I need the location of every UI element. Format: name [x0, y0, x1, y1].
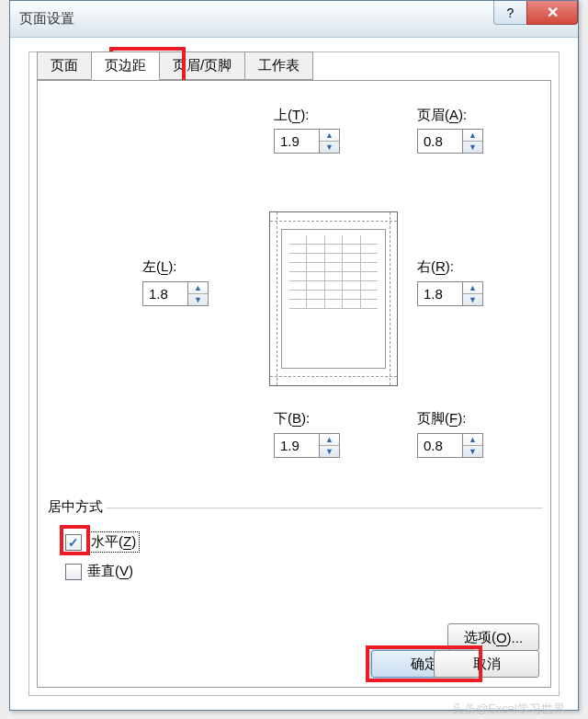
spinner-bottom[interactable]: ▲ ▼ — [274, 433, 340, 458]
spinner-right-buttons[interactable]: ▲ ▼ — [463, 281, 483, 306]
checkbox-vertical[interactable] — [65, 564, 82, 580]
input-right[interactable] — [417, 281, 463, 306]
checkbox-vertical-row[interactable]: 垂直(V) — [65, 563, 133, 580]
tabpanel-margins: 上(T): ▲ ▼ 页眉(A): ▲ ▼ 左(L): ▲ — [37, 80, 551, 688]
spinner-footer[interactable]: ▲ ▼ — [417, 433, 483, 458]
label-header: 页眉(A): — [417, 107, 467, 124]
tab-margins[interactable]: 页边距 — [91, 51, 160, 80]
spin-down-icon[interactable]: ▼ — [463, 294, 482, 305]
label-right: 右(R): — [417, 258, 454, 276]
spin-down-icon[interactable]: ▼ — [320, 446, 339, 457]
input-left[interactable] — [142, 281, 188, 306]
close-button[interactable]: ✕ — [526, 1, 578, 25]
spin-down-icon[interactable]: ▼ — [188, 294, 208, 305]
spin-up-icon[interactable]: ▲ — [320, 130, 339, 142]
watermark: 头条@Excel学习世界 — [452, 701, 565, 717]
spinner-left[interactable]: ▲ ▼ — [142, 281, 209, 306]
label-bottom: 下(B): — [274, 410, 310, 428]
spinner-right[interactable]: ▲ ▼ — [417, 281, 483, 306]
spin-down-icon[interactable]: ▼ — [463, 142, 482, 153]
spin-up-icon[interactable]: ▲ — [463, 130, 482, 142]
label-centering: 居中方式 — [45, 498, 106, 516]
spin-up-icon[interactable]: ▲ — [188, 282, 208, 294]
label-footer: 页脚(F): — [417, 410, 466, 428]
window-buttons: ? ✕ — [493, 1, 578, 37]
content-area: 页面 页边距 页眉/页脚 工作表 上(T): ▲ ▼ 页眉(A): ▲ ▼ — [28, 51, 560, 696]
spin-down-icon[interactable]: ▼ — [463, 446, 482, 457]
spinner-top-buttons[interactable]: ▲ ▼ — [320, 129, 340, 154]
highlight-checkbox-horizontal — [60, 525, 90, 555]
spinner-bottom-buttons[interactable]: ▲ ▼ — [320, 433, 340, 458]
dialog-title: 页面设置 — [19, 10, 74, 28]
titlebar: 页面设置 ? ✕ — [10, 1, 578, 38]
spin-down-icon[interactable]: ▼ — [320, 142, 339, 153]
label-horizontal: 水平(Z) — [87, 531, 140, 553]
help-button[interactable]: ? — [493, 1, 526, 25]
input-header[interactable] — [417, 129, 463, 154]
fieldset-divider — [107, 508, 543, 508]
spinner-header[interactable]: ▲ ▼ — [417, 129, 483, 154]
input-top[interactable] — [274, 129, 320, 154]
tab-sheet[interactable]: 工作表 — [244, 51, 313, 80]
spinner-header-buttons[interactable]: ▲ ▼ — [463, 129, 483, 154]
highlight-ok-button — [366, 645, 482, 682]
label-left: 左(L): — [142, 258, 177, 276]
spinner-footer-buttons[interactable]: ▲ ▼ — [463, 433, 483, 458]
page-setup-dialog: 页面设置 ? ✕ 页面 页边距 页眉/页脚 工作表 上(T): ▲ ▼ 页眉(A… — [9, 0, 579, 711]
spin-up-icon[interactable]: ▲ — [463, 282, 482, 294]
spin-up-icon[interactable]: ▲ — [463, 434, 482, 446]
page-preview — [269, 211, 398, 386]
label-top: 上(T): — [274, 107, 309, 124]
input-bottom[interactable] — [274, 433, 320, 458]
spinner-top[interactable]: ▲ ▼ — [274, 129, 340, 154]
input-footer[interactable] — [417, 433, 463, 458]
spin-up-icon[interactable]: ▲ — [320, 434, 339, 446]
tab-page[interactable]: 页面 — [37, 51, 92, 80]
spinner-left-buttons[interactable]: ▲ ▼ — [188, 281, 209, 306]
label-vertical: 垂直(V) — [87, 563, 133, 580]
